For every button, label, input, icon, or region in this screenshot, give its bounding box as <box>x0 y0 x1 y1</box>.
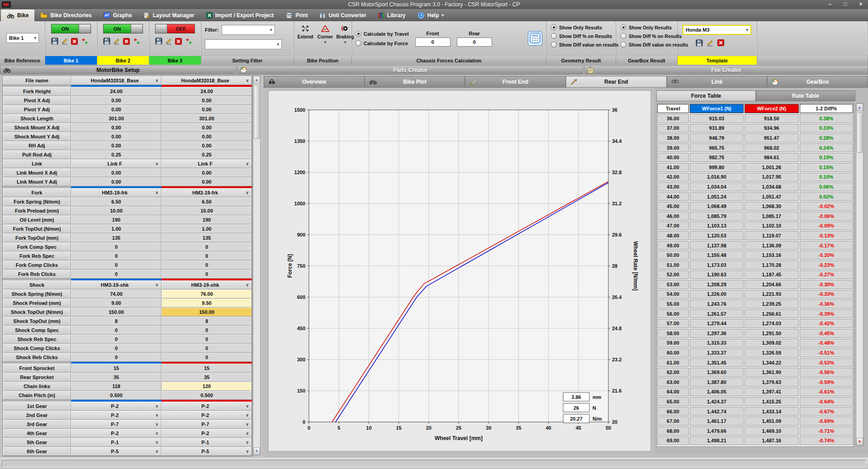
setup-dropdown-bike2[interactable]: HM3-19-frk∨ <box>161 188 252 197</box>
front-input[interactable]: 0 <box>415 38 451 47</box>
bike-reference-dropdown[interactable]: Bike 1 ▾ <box>6 33 39 43</box>
setup-value-bike2[interactable]: 24.00 <box>161 87 252 96</box>
setup-value-bike1[interactable]: 0 <box>71 353 161 362</box>
delete-button[interactable] <box>71 38 78 45</box>
radio-calculate-by-travel[interactable]: Calculate by Travel <box>356 31 409 37</box>
setup-value-bike2[interactable]: 0 <box>161 270 252 279</box>
swap-button[interactable] <box>185 38 193 45</box>
setup-value-bike2[interactable]: 15 <box>161 364 252 373</box>
scroll-up-icon[interactable]: ▲ <box>253 76 260 84</box>
setup-value-bike1[interactable]: 0 <box>71 251 161 261</box>
setup-value-bike1[interactable]: 0.00 <box>71 141 161 150</box>
setup-value-bike1[interactable]: 0.00 <box>71 177 161 186</box>
setup-value-bike1[interactable]: 0 <box>71 344 161 353</box>
setup-value-bike1[interactable]: 74.00 <box>71 289 161 298</box>
filter-dropdown-2[interactable]: ▾ <box>205 39 282 49</box>
rear-input[interactable]: 0 <box>457 38 492 47</box>
setup-value-bike1[interactable]: 150.00 <box>71 308 161 317</box>
setup-value-bike1[interactable]: 118 <box>71 382 161 391</box>
template-delete-button[interactable] <box>717 39 724 47</box>
scroll-down-icon[interactable]: ▼ <box>856 438 863 445</box>
tab-overview[interactable]: Overview <box>264 76 365 88</box>
setup-dropdown-bike2[interactable]: P-7∨ <box>161 420 252 429</box>
setup-value-bike2[interactable]: 0.00 <box>161 141 252 150</box>
setup-value-bike1[interactable]: 0.00 <box>71 105 161 114</box>
setup-dropdown-bike1[interactable]: Link F∨ <box>71 159 161 168</box>
setup-value-bike1[interactable]: 301.00 <box>71 114 161 123</box>
scroll-up-icon[interactable]: ▲ <box>856 104 863 111</box>
geometry-radio-show-diff-value-on-results[interactable]: Show Diff value on results <box>551 42 618 47</box>
setup-dropdown-bike2[interactable]: P-2∨ <box>161 402 252 411</box>
corner-button[interactable]: Corner▾ <box>317 23 334 44</box>
setup-dropdown-bike1[interactable]: P-2∨ <box>71 411 161 420</box>
setup-value-bike1[interactable]: 0.00 <box>71 123 161 132</box>
setup-value-bike2[interactable]: 0 <box>161 242 252 251</box>
setup-dropdown-bike1[interactable]: HondaM32018_Base∨ <box>71 76 161 85</box>
setup-value-bike1[interactable]: 135 <box>71 233 161 242</box>
setup-value-bike2[interactable]: 0.00 <box>161 123 252 132</box>
setup-value-bike1[interactable]: 0.00 <box>71 168 161 177</box>
setup-value-bike2[interactable]: 0.25 <box>161 150 252 159</box>
setup-value-bike1[interactable]: 9.00 <box>71 298 161 308</box>
bike-1-toggle[interactable]: ON <box>51 24 91 33</box>
scroll-down-icon[interactable]: ▼ <box>253 447 260 455</box>
edit-button[interactable] <box>61 38 68 45</box>
setup-value-bike2[interactable]: 0 <box>161 251 252 261</box>
template-save-button[interactable] <box>696 39 703 47</box>
setup-value-bike2[interactable]: 120 <box>161 382 252 391</box>
filter-dropdown-1[interactable]: ▾ <box>222 25 275 35</box>
delete-button[interactable] <box>123 38 130 45</box>
ribbon-tab-bike-directories[interactable]: Bike Directories <box>34 9 97 21</box>
setup-value-bike2[interactable]: 9.50 <box>161 298 252 308</box>
setup-dropdown-bike2[interactable]: P-1∨ <box>161 438 252 447</box>
setup-dropdown-bike2[interactable]: P-2∨ <box>161 429 252 438</box>
setup-value-bike1[interactable]: 8 <box>71 317 161 326</box>
setup-value-bike1[interactable]: 0 <box>71 242 161 251</box>
ribbon-tab-graphs[interactable]: Graphs <box>98 9 138 21</box>
setup-value-bike2[interactable]: 76.00 <box>161 289 252 298</box>
setup-dropdown-bike1[interactable]: P-2∨ <box>71 402 161 411</box>
geometry-radio-show-diff-on-results[interactable]: Show Diff % on Results <box>551 33 618 39</box>
setup-value-bike2[interactable]: 0.00 <box>161 177 252 186</box>
tab-rate-table[interactable]: Rate Table <box>756 90 855 101</box>
setup-value-bike2[interactable]: 6.50 <box>161 197 252 206</box>
setup-dropdown-bike1[interactable]: P-1∨ <box>71 438 161 447</box>
delete-button[interactable] <box>175 38 182 45</box>
setup-value-bike2[interactable]: 0.00 <box>161 96 252 105</box>
setup-value-bike1[interactable]: 0 <box>71 261 161 270</box>
force-table-scrollbar[interactable]: ▲ ▼ <box>856 103 863 446</box>
edit-button[interactable] <box>165 38 172 45</box>
setup-value-bike2[interactable]: 8 <box>161 317 252 326</box>
extend-button[interactable]: Extend <box>297 23 314 44</box>
ribbon-tab-unit-converter[interactable]: Unit Converter <box>313 9 372 21</box>
bike-3-toggle[interactable]: OFF <box>155 24 195 33</box>
setup-table-scrollbar[interactable]: ▲ ▼ <box>253 76 261 455</box>
setup-dropdown-bike2[interactable]: HM3-19-shk∨ <box>161 280 252 289</box>
setup-value-bike1[interactable]: 1.00 <box>71 224 161 233</box>
ribbon-tab-layout-manager[interactable]: Layout Manager <box>138 9 200 21</box>
setup-value-bike2[interactable]: 0 <box>161 335 252 344</box>
setup-dropdown-bike2[interactable]: P-2∨ <box>161 411 252 420</box>
swap-button[interactable] <box>81 38 89 45</box>
save-button[interactable] <box>51 38 58 45</box>
calculate-button[interactable] <box>528 31 542 46</box>
radio-calculate-by-force[interactable]: Calculate by Force <box>356 40 409 46</box>
setup-dropdown-bike1[interactable]: P-2∨ <box>71 429 161 438</box>
setup-value-bike2[interactable]: 0.00 <box>161 132 252 141</box>
geometry-radio-show-only-results[interactable]: Show Only Results <box>551 24 618 30</box>
setup-value-bike1[interactable]: 190 <box>71 215 161 224</box>
edit-button[interactable] <box>113 38 120 45</box>
ribbon-tab-import-export-project[interactable]: Import / Export Project <box>200 9 280 21</box>
setup-value-bike2[interactable]: 0 <box>161 353 252 362</box>
setup-value-bike2[interactable]: 150.00 <box>161 308 252 317</box>
tab-rear-end[interactable]: Rear End <box>566 76 667 88</box>
setup-value-bike1[interactable]: 0.500 <box>71 391 161 400</box>
setup-value-bike2[interactable]: 35 <box>161 373 252 382</box>
close-button[interactable]: × <box>856 1 865 7</box>
setup-value-bike2[interactable]: 10.00 <box>161 206 252 215</box>
setup-dropdown-bike2[interactable]: Link F∨ <box>161 159 252 168</box>
setup-value-bike1[interactable]: 0.00 <box>71 96 161 105</box>
setup-value-bike2[interactable]: 0.00 <box>161 168 252 177</box>
setup-value-bike1[interactable]: 10.00 <box>71 206 161 215</box>
setup-value-bike1[interactable]: 0.00 <box>71 132 161 141</box>
